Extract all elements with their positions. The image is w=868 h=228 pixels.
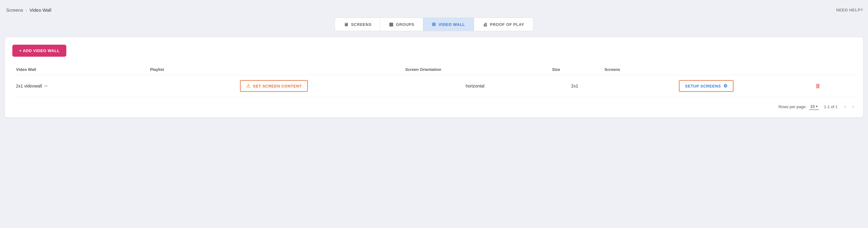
- need-help-link[interactable]: NEED HELP?: [836, 8, 863, 12]
- tab-proof-of-play[interactable]: 🖨 PROOF OF PLAY: [474, 18, 533, 31]
- prev-page-button[interactable]: ‹: [842, 103, 848, 110]
- groups-icon: ▦: [389, 22, 394, 27]
- video-wall-name-text: 2x1 videowall: [16, 84, 42, 89]
- cell-video-wall-name: 2x1 videowall ✏: [12, 75, 146, 97]
- rows-per-page-label: Rows per page:: [779, 104, 807, 109]
- breadcrumb-parent[interactable]: Screens: [6, 7, 23, 13]
- tabs-container: 🖥 SCREENS ▦ GROUPS ⊞ VIDEO WALL 🖨 PROOF …: [5, 18, 863, 31]
- proof-of-play-icon: 🖨: [483, 22, 488, 27]
- tabs: 🖥 SCREENS ▦ GROUPS ⊞ VIDEO WALL 🖨 PROOF …: [335, 18, 533, 31]
- breadcrumb: Screens › Video Wall: [6, 7, 51, 13]
- pagination: Rows per page: 10 ▾ 1-1 of 1 ‹ ›: [12, 103, 856, 110]
- col-header-playlist: Playlist: [146, 64, 402, 75]
- warning-icon: ⚠: [246, 83, 250, 89]
- cell-screens: SETUP SCREENS ⚙: [601, 75, 812, 97]
- col-header-size: Size: [549, 64, 601, 75]
- cell-delete: 🗑: [811, 75, 856, 97]
- table-row: 2x1 videowall ✏ ⚠ SET SCREEN CONTENT hor…: [12, 75, 856, 97]
- col-header-orientation: Screen Orientation: [402, 64, 549, 75]
- cell-playlist: ⚠ SET SCREEN CONTENT: [146, 75, 402, 97]
- rows-per-page: Rows per page: 10 ▾: [779, 103, 819, 110]
- page-info: 1-1 of 1: [824, 104, 837, 109]
- col-header-screens: Screens: [601, 64, 812, 75]
- chevron-down-icon: ▾: [816, 104, 818, 108]
- screens-icon: 🖥: [344, 22, 348, 27]
- cell-orientation: horizontal: [402, 75, 549, 97]
- setup-screens-button[interactable]: SETUP SCREENS ⚙: [679, 80, 734, 92]
- video-wall-name-container: 2x1 videowall ✏: [16, 84, 143, 89]
- next-page-button[interactable]: ›: [850, 103, 856, 110]
- rows-per-page-value: 10: [810, 104, 815, 109]
- main-panel: + ADD VIDEO WALL Video Wall Playlist Scr…: [5, 37, 863, 118]
- col-header-actions: [811, 64, 856, 75]
- tab-screens[interactable]: 🖥 SCREENS: [335, 18, 380, 31]
- rows-per-page-select[interactable]: 10 ▾: [809, 103, 819, 110]
- page-nav: ‹ ›: [842, 103, 856, 110]
- set-screen-content-button[interactable]: ⚠ SET SCREEN CONTENT: [240, 80, 308, 92]
- add-video-wall-button[interactable]: + ADD VIDEO WALL: [12, 45, 66, 57]
- col-header-video-wall: Video Wall: [12, 64, 146, 75]
- gear-icon: ⚙: [723, 83, 727, 89]
- breadcrumb-separator: ›: [26, 8, 27, 12]
- top-bar: Screens › Video Wall NEED HELP?: [5, 5, 863, 18]
- video-wall-icon: ⊞: [432, 22, 436, 27]
- cell-size: 2x1: [549, 75, 601, 97]
- video-wall-table: Video Wall Playlist Screen Orientation S…: [12, 64, 856, 97]
- delete-button[interactable]: 🗑: [815, 83, 821, 89]
- tab-groups[interactable]: ▦ GROUPS: [380, 18, 423, 31]
- edit-name-icon[interactable]: ✏: [44, 84, 48, 89]
- breadcrumb-current: Video Wall: [29, 7, 51, 13]
- tab-video-wall[interactable]: ⊞ VIDEO WALL: [423, 18, 474, 31]
- table-header-row: Video Wall Playlist Screen Orientation S…: [12, 64, 856, 75]
